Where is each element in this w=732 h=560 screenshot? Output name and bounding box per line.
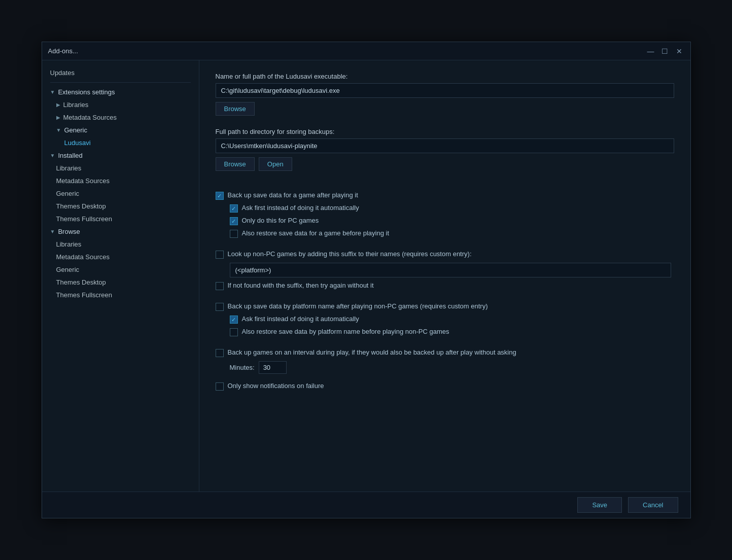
- checkbox-ask-first: Ask first instead of doing it automatica…: [230, 204, 674, 213]
- themes-desktop-inst-label: Themes Desktop: [56, 202, 106, 210]
- checkbox-ask-first-platform-label: Ask first instead of doing it automatica…: [242, 315, 359, 323]
- checkbox-backup-interval: Back up games on an interval during play…: [216, 348, 674, 357]
- checkbox-try-without-suffix: If not found with the suffix, then try a…: [216, 282, 674, 290]
- minutes-input[interactable]: [259, 361, 287, 374]
- checkbox-try-without-suffix-input[interactable]: [216, 282, 224, 290]
- checkbox-ask-first-platform-input[interactable]: [230, 316, 238, 324]
- arrow-metadata-ext: ▶: [56, 115, 60, 120]
- generic-ext-label: Generic: [64, 126, 87, 134]
- checkbox-backup-after-play: Back up save data for a game after playi…: [216, 191, 674, 200]
- window-title: Add-ons...: [48, 47, 78, 55]
- gap1: [216, 183, 674, 191]
- checkbox-restore-before: Also restore save data for a game before…: [230, 229, 674, 238]
- maximize-button[interactable]: ☐: [660, 46, 670, 56]
- sidebar-item-generic-ext[interactable]: ▼ Generic: [42, 124, 199, 136]
- exe-field-group: Name or full path of the Ludusavi execut…: [216, 73, 674, 116]
- titlebar: Add-ons... — ☐ ✕: [42, 42, 690, 60]
- checkbox-backup-after-play-input[interactable]: [216, 192, 224, 200]
- checkbox-restore-by-platform: Also restore save data by platform name …: [230, 328, 674, 336]
- main-content: Name or full path of the Ludusavi execut…: [199, 60, 690, 492]
- extensions-settings-label: Extensions settings: [58, 88, 115, 96]
- sidebar: Updates ▼ Extensions settings ▶ Librarie…: [42, 60, 199, 492]
- checkbox-restore-by-platform-input[interactable]: [230, 328, 238, 336]
- checkbox-try-without-suffix-label: If not found with the suffix, then try a…: [228, 282, 374, 289]
- sidebar-item-generic-browse[interactable]: Generic: [42, 263, 199, 276]
- sidebar-item-ludusavi[interactable]: Ludusavi: [42, 136, 199, 149]
- close-button[interactable]: ✕: [674, 46, 684, 56]
- arrow-generic-ext: ▼: [56, 127, 61, 133]
- themes-fullscreen-browse-label: Themes Fullscreen: [56, 291, 113, 299]
- backup-label: Full path to directory for storing backu…: [216, 128, 674, 135]
- checkbox-lookup-nonpc: Look up non-PC games by adding this suff…: [216, 250, 674, 259]
- checkbox-backup-after-play-label: Back up save data for a game after playi…: [228, 191, 358, 199]
- exe-btn-row: Browse: [216, 102, 674, 116]
- themes-fullscreen-inst-label: Themes Fullscreen: [56, 215, 113, 223]
- libraries-browse-label: Libraries: [56, 240, 82, 248]
- sidebar-item-themes-fullscreen-inst[interactable]: Themes Fullscreen: [42, 213, 199, 225]
- sidebar-item-installed[interactable]: ▼ Installed: [42, 149, 199, 162]
- checkbox-restore-before-label: Also restore save data for a game before…: [242, 229, 390, 237]
- gap5: [216, 374, 674, 382]
- checkbox-notify-failure-input[interactable]: [216, 382, 224, 391]
- sidebar-item-generic-inst[interactable]: Generic: [42, 187, 199, 200]
- backup-input[interactable]: [216, 138, 674, 153]
- checkbox-backup-by-platform-input[interactable]: [216, 303, 224, 311]
- sidebar-item-themes-desktop-inst[interactable]: Themes Desktop: [42, 200, 199, 213]
- arrow-installed: ▼: [50, 153, 55, 158]
- minimize-button[interactable]: —: [646, 46, 656, 56]
- backup-open-button[interactable]: Open: [259, 157, 292, 171]
- generic-inst-label: Generic: [56, 190, 80, 197]
- checkbox-lookup-nonpc-input[interactable]: [216, 251, 224, 259]
- checkbox-backup-by-platform: Back up save data by platform name after…: [216, 302, 674, 311]
- arrow-extensions: ▼: [50, 89, 55, 95]
- sidebar-divider: [50, 82, 191, 83]
- sidebar-item-libraries-ext[interactable]: ▶ Libraries: [42, 98, 199, 111]
- gap3: [216, 294, 674, 302]
- arrow-browse: ▼: [50, 229, 55, 234]
- suffix-input[interactable]: [230, 263, 671, 277]
- backup-btn-row: Browse Open: [216, 157, 674, 171]
- checkbox-ask-first-input[interactable]: [230, 204, 238, 213]
- ludusavi-label: Ludusavi: [64, 139, 91, 147]
- footer: Save Cancel: [42, 492, 690, 518]
- sidebar-item-libraries-inst[interactable]: Libraries: [42, 162, 199, 174]
- sidebar-item-metadata-inst[interactable]: Metadata Sources: [42, 174, 199, 187]
- save-button[interactable]: Save: [577, 497, 622, 513]
- exe-input[interactable]: [216, 83, 674, 98]
- checkbox-lookup-nonpc-label: Look up non-PC games by adding this suff…: [228, 250, 472, 258]
- checkbox-only-pc: Only do this for PC games: [230, 217, 674, 225]
- metadata-inst-label: Metadata Sources: [56, 177, 110, 185]
- metadata-ext-label: Metadata Sources: [63, 114, 117, 121]
- checkbox-restore-before-input[interactable]: [230, 230, 238, 238]
- sidebar-item-updates[interactable]: Updates: [42, 66, 199, 79]
- minutes-label: Minutes:: [230, 364, 255, 371]
- sidebar-item-metadata-browse[interactable]: Metadata Sources: [42, 251, 199, 263]
- checkbox-notify-failure: Only show notifications on failure: [216, 382, 674, 391]
- sidebar-item-extensions-settings[interactable]: ▼ Extensions settings: [42, 86, 199, 98]
- installed-label: Installed: [58, 152, 82, 159]
- libraries-inst-label: Libraries: [56, 164, 82, 172]
- exe-browse-button[interactable]: Browse: [216, 102, 255, 116]
- cancel-button[interactable]: Cancel: [628, 497, 678, 513]
- checkbox-ask-first-label: Ask first instead of doing it automatica…: [242, 204, 359, 212]
- generic-browse-label: Generic: [56, 266, 80, 273]
- backup-browse-button[interactable]: Browse: [216, 157, 255, 171]
- titlebar-controls: — ☐ ✕: [646, 46, 684, 56]
- browse-label: Browse: [58, 228, 80, 235]
- gap2: [216, 242, 674, 250]
- sidebar-item-themes-desktop-browse[interactable]: Themes Desktop: [42, 276, 199, 289]
- exe-label: Name or full path of the Ludusavi execut…: [216, 73, 674, 80]
- gap4: [216, 340, 674, 348]
- window-body: Updates ▼ Extensions settings ▶ Librarie…: [42, 60, 690, 492]
- backup-field-group: Full path to directory for storing backu…: [216, 128, 674, 171]
- checkbox-restore-by-platform-label: Also restore save data by platform name …: [242, 328, 449, 335]
- sidebar-item-themes-fullscreen-browse[interactable]: Themes Fullscreen: [42, 289, 199, 301]
- sidebar-item-browse[interactable]: ▼ Browse: [42, 225, 199, 238]
- checkbox-notify-failure-label: Only show notifications on failure: [228, 382, 324, 390]
- checkbox-backup-interval-input[interactable]: [216, 349, 224, 357]
- checkbox-only-pc-input[interactable]: [230, 217, 238, 225]
- minutes-row: Minutes:: [230, 361, 674, 374]
- themes-desktop-browse-label: Themes Desktop: [56, 278, 106, 286]
- sidebar-item-metadata-ext[interactable]: ▶ Metadata Sources: [42, 111, 199, 124]
- sidebar-item-libraries-browse[interactable]: Libraries: [42, 238, 199, 251]
